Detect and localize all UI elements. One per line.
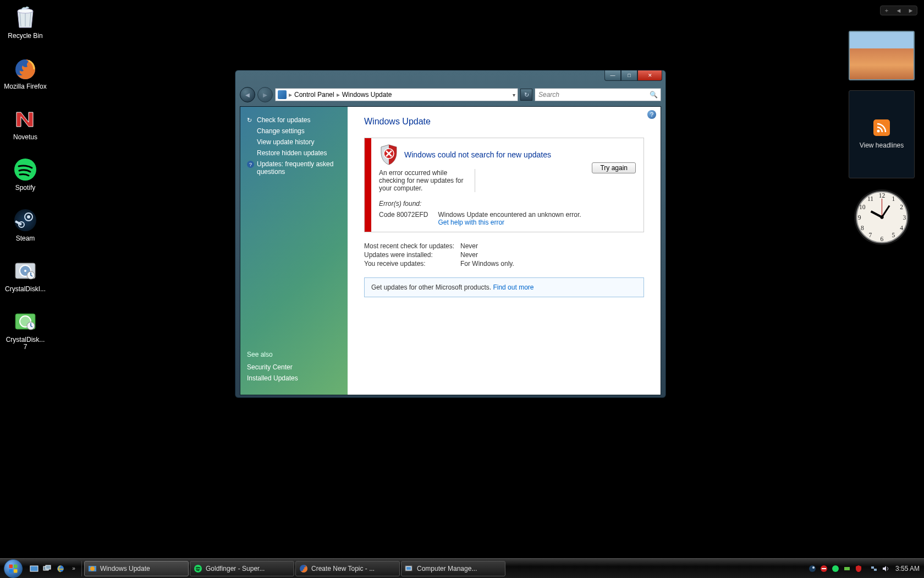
minimize-button[interactable]: ― xyxy=(604,70,621,81)
svg-text:10: 10 xyxy=(859,204,866,210)
tray-safely-remove-icon[interactable] xyxy=(843,564,851,573)
svg-text:1: 1 xyxy=(892,195,895,202)
start-orb-icon xyxy=(4,559,23,578)
firefox-icon xyxy=(12,55,38,81)
feed-label: View headlines xyxy=(860,141,904,149)
window-caption-buttons: ― □ ✕ xyxy=(604,70,662,81)
svg-text:9: 9 xyxy=(857,214,861,221)
sidebar-faq[interactable]: ?Updates: frequently asked questions xyxy=(247,159,341,177)
quick-launch-chevron[interactable]: » xyxy=(68,563,79,574)
task-computer-management[interactable]: Computer Manage... xyxy=(401,561,505,576)
promo-text: Get updates for other Microsoft products… xyxy=(371,283,493,291)
svg-text:12: 12 xyxy=(878,192,885,199)
refresh-button[interactable]: ↻ xyxy=(520,89,532,101)
svg-text:11: 11 xyxy=(867,195,873,202)
desktop-icon-recycle-bin[interactable]: Recycle Bin xyxy=(3,4,47,40)
desktop-icon-steam[interactable]: Steam xyxy=(3,207,47,242)
svg-rect-36 xyxy=(9,569,13,572)
tray-steam-icon[interactable] xyxy=(808,564,817,573)
gadget-prev-button[interactable]: ◄ xyxy=(893,6,905,15)
svg-text:7: 7 xyxy=(868,232,872,238)
rss-icon xyxy=(873,119,890,136)
desktop-icons: Recycle Bin Mozilla Firefox Novetus Spot… xyxy=(3,4,47,351)
svg-point-44 xyxy=(194,565,202,572)
clock-gadget[interactable]: 1212 345 678 91011 xyxy=(853,188,911,246)
desktop-icon-novetus[interactable]: Novetus xyxy=(3,106,47,141)
svg-rect-53 xyxy=(871,566,874,569)
feed-gadget[interactable]: View headlines xyxy=(849,90,915,178)
get-help-link[interactable]: Get help with this error xyxy=(438,219,504,226)
desktop-icon-crystaldiskinfo[interactable]: CrystalDiskI... xyxy=(3,258,47,293)
try-again-button[interactable]: Try again xyxy=(592,162,636,173)
svg-point-33 xyxy=(880,215,883,219)
desktop-icon-spotify[interactable]: Spotify xyxy=(3,156,47,192)
svg-point-0 xyxy=(18,9,33,13)
status-installed: Updates were installed:Never xyxy=(364,251,644,259)
breadcrumb-control-panel[interactable]: Control Panel xyxy=(292,91,337,99)
svg-rect-34 xyxy=(9,564,13,568)
tray-shield-icon[interactable] xyxy=(854,564,863,573)
find-out-more-link[interactable]: Find out more xyxy=(493,283,534,291)
desktop-icon-label: CrystalDisk... 7 xyxy=(3,336,47,351)
gadget-next-button[interactable]: ► xyxy=(905,6,917,15)
breadcrumb-bar[interactable]: ▸ Control Panel ▸ Windows Update ▾ xyxy=(275,88,518,101)
svg-rect-40 xyxy=(46,565,51,569)
start-button[interactable] xyxy=(0,559,26,579)
spotify-icon xyxy=(194,564,202,573)
show-desktop-icon[interactable] xyxy=(29,563,40,574)
slideshow-gadget[interactable] xyxy=(849,31,915,80)
sidebar-check-for-updates[interactable]: ↻Check for updates xyxy=(247,114,341,126)
crystaldiskinfo7-icon xyxy=(12,308,38,335)
recycle-bin-icon xyxy=(12,4,38,31)
system-tray: 3:55 AM xyxy=(804,564,924,573)
svg-rect-38 xyxy=(30,566,38,571)
task-windows-update[interactable]: Windows Update xyxy=(84,561,189,576)
svg-text:6: 6 xyxy=(880,236,883,242)
ie-icon[interactable] xyxy=(55,563,66,574)
quick-launch: » xyxy=(26,561,82,576)
gadget-add-button[interactable]: + xyxy=(881,6,893,15)
close-button[interactable]: ✕ xyxy=(637,70,662,81)
main-content: ? Windows Update Windows could not searc… xyxy=(348,107,661,395)
switch-windows-icon[interactable] xyxy=(42,563,53,574)
svg-point-3 xyxy=(14,209,36,231)
windows-update-window: ― □ ✕ ◄ ► ▸ Control Panel ▸ Windows Upda… xyxy=(235,70,666,398)
firefox-icon xyxy=(299,564,308,573)
sidebar-restore-hidden[interactable]: Restore hidden updates xyxy=(247,148,341,159)
gadget-controls: + ◄ ► xyxy=(880,6,917,15)
svg-point-49 xyxy=(812,566,815,569)
status-receive: You receive updates:For Windows only. xyxy=(364,260,644,268)
desktop-icon-firefox[interactable]: Mozilla Firefox xyxy=(3,55,47,90)
task-firefox[interactable]: Create New Topic - ... xyxy=(295,561,400,576)
error-heading: Windows could not search for new updates xyxy=(404,150,551,159)
breadcrumb-windows-update[interactable]: Windows Update xyxy=(340,91,394,99)
search-placeholder: Search xyxy=(538,91,559,99)
svg-rect-37 xyxy=(14,569,18,572)
svg-text:3: 3 xyxy=(903,214,906,221)
help-button[interactable]: ? xyxy=(647,110,656,119)
crystaldiskinfo-icon xyxy=(12,258,38,284)
search-icon: 🔍 xyxy=(650,91,658,99)
tray-blocked-icon[interactable] xyxy=(820,564,828,573)
sidebar-change-settings[interactable]: Change settings xyxy=(247,126,341,137)
refresh-icon: ↻ xyxy=(247,117,252,124)
page-title: Windows Update xyxy=(364,117,644,127)
svg-point-51 xyxy=(832,565,839,572)
desktop-icon-label: CrystalDiskI... xyxy=(5,286,46,293)
task-spotify[interactable]: Goldfinger - Super... xyxy=(190,561,294,576)
tray-clock[interactable]: 3:55 AM xyxy=(895,565,920,572)
svg-point-43 xyxy=(90,566,95,571)
nav-forward-button[interactable]: ► xyxy=(257,87,273,102)
nav-back-button[interactable]: ◄ xyxy=(240,87,255,102)
maximize-button[interactable]: □ xyxy=(621,70,637,81)
sidebar-installed-updates[interactable]: Installed Updates xyxy=(247,373,341,384)
desktop-icon-label: Spotify xyxy=(15,184,36,192)
tray-volume-icon[interactable] xyxy=(881,564,890,573)
search-box[interactable]: Search 🔍 xyxy=(535,88,661,101)
sidebar-security-center[interactable]: Security Center xyxy=(247,362,341,373)
sidebar-view-history[interactable]: View update history xyxy=(247,137,341,148)
tray-spotify-icon[interactable] xyxy=(831,564,840,573)
computer-management-icon xyxy=(405,564,414,573)
tray-network-icon[interactable] xyxy=(870,564,878,573)
desktop-icon-crystaldiskinfo7[interactable]: CrystalDisk... 7 xyxy=(3,308,47,351)
